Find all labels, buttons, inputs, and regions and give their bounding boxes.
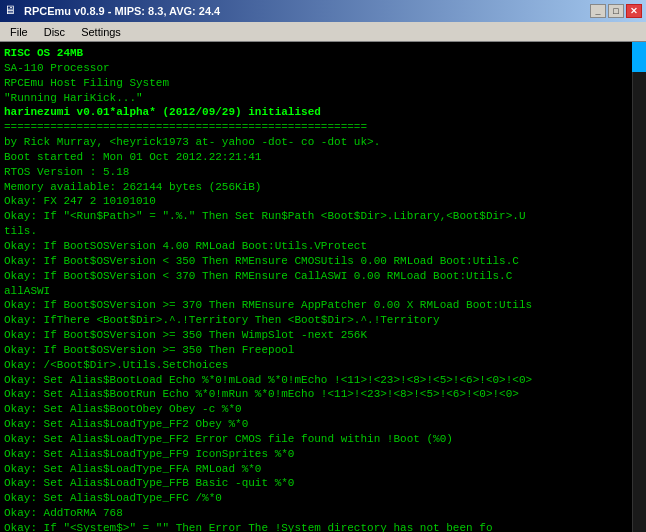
terminal-line: Okay: If "<System$>" = "" Then Error The… [4, 521, 642, 532]
terminal-line: Okay: Set Alias$BootLoad Echo %*0!mLoad … [4, 373, 642, 388]
app-icon: 🖥 [4, 3, 20, 19]
terminal-line: "Running HariKick..." [4, 91, 642, 106]
maximize-button[interactable]: □ [608, 4, 624, 18]
terminal-line: Okay: Set Alias$LoadType_FFC /%*0 [4, 491, 642, 506]
terminal-line: Okay: Set Alias$LoadType_FF9 IconSprites… [4, 447, 642, 462]
scrollbar[interactable] [632, 42, 646, 532]
menu-settings[interactable]: Settings [73, 24, 129, 40]
terminal-line: Okay: Set Alias$LoadType_FFA RMLoad %*0 [4, 462, 642, 477]
close-button[interactable]: ✕ [626, 4, 642, 18]
terminal-line: harinezumi v0.01*alpha* (2012/09/29) ini… [4, 105, 642, 120]
terminal-line: tils. [4, 224, 642, 239]
terminal-line: RTOS Version : 5.18 [4, 165, 642, 180]
terminal-line: Okay: Set Alias$LoadType_FF2 Error CMOS … [4, 432, 642, 447]
terminal-line: Okay: If "<Run$Path>" = ".%." Then Set R… [4, 209, 642, 224]
menu-bar: File Disc Settings [0, 22, 646, 42]
terminal-line: Okay: Set Alias$BootRun Echo %*0!mRun %*… [4, 387, 642, 402]
terminal-line: Okay: Set Alias$LoadType_FF2 Obey %*0 [4, 417, 642, 432]
terminal-line: Okay: If Boot$OSVersion < 370 Then RMEns… [4, 269, 642, 284]
terminal-line: Okay: If Boot$OSVersion >= 370 Then RMEn… [4, 298, 642, 313]
menu-disc[interactable]: Disc [36, 24, 73, 40]
title-bar-left: 🖥 RPCEmu v0.8.9 - MIPS: 8.3, AVG: 24.4 [4, 3, 220, 19]
title-controls: _ □ ✕ [590, 4, 642, 18]
terminal-line: Okay: FX 247 2 10101010 [4, 194, 642, 209]
terminal-line: Okay: IfThere <Boot$Dir>.^.!Territory Th… [4, 313, 642, 328]
terminal-line: Okay: If Boot$OSVersion >= 350 Then Wimp… [4, 328, 642, 343]
terminal-window: RISC OS 24MB SA-110 Processor RPCEmu Hos… [0, 42, 646, 532]
terminal-line: SA-110 Processor [4, 61, 642, 76]
terminal-line: Memory available: 262144 bytes (256KiB) [4, 180, 642, 195]
terminal-line: by Rick Murray, <heyrick1973 at- yahoo -… [4, 135, 642, 150]
scrollbar-thumb[interactable] [632, 42, 646, 72]
terminal-line: Boot started : Mon 01 Oct 2012.22:21:41 [4, 150, 642, 165]
terminal-line: Okay: If Boot$OSVersion < 350 Then RMEns… [4, 254, 642, 269]
terminal-line: Okay: If Boot$OSVersion >= 350 Then Free… [4, 343, 642, 358]
terminal-line: RISC OS 24MB [4, 46, 642, 61]
terminal-output: RISC OS 24MB SA-110 Processor RPCEmu Hos… [4, 46, 642, 532]
window-title: RPCEmu v0.8.9 - MIPS: 8.3, AVG: 24.4 [24, 5, 220, 17]
terminal-line: ========================================… [4, 120, 642, 135]
title-bar: 🖥 RPCEmu v0.8.9 - MIPS: 8.3, AVG: 24.4 _… [0, 0, 646, 22]
terminal-line: Okay: AddToRMA 768 [4, 506, 642, 521]
terminal-line: RPCEmu Host Filing System [4, 76, 642, 91]
terminal-line: Okay: Set Alias$LoadType_FFB Basic -quit… [4, 476, 642, 491]
terminal-line: Okay: /<Boot$Dir>.Utils.SetChoices [4, 358, 642, 373]
menu-file[interactable]: File [2, 24, 36, 40]
terminal-line: Okay: Set Alias$BootObey Obey -c %*0 [4, 402, 642, 417]
minimize-button[interactable]: _ [590, 4, 606, 18]
terminal-line: allASWI [4, 284, 642, 299]
terminal-line: Okay: If BootSOSVersion 4.00 RMLoad Boot… [4, 239, 642, 254]
